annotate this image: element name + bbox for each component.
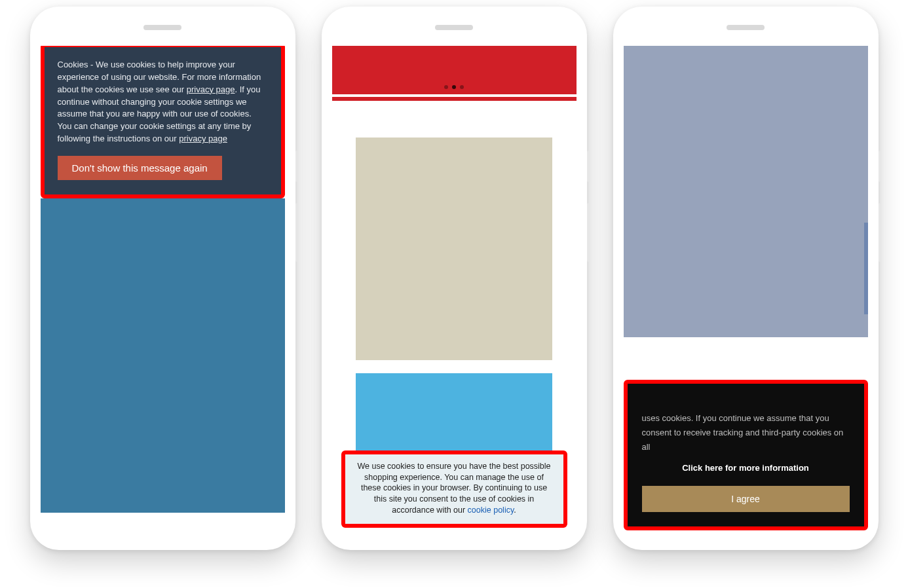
dismiss-cookie-button[interactable]: Don't show this message again [58, 156, 222, 180]
phone-speaker [727, 25, 765, 30]
cookie-text: uses cookies. If you continue we assume … [642, 411, 850, 454]
cookie-policy-link[interactable]: cookie policy [468, 505, 514, 515]
more-info-link[interactable]: Click here for more information [642, 461, 850, 475]
page-header [332, 46, 577, 101]
phone-speaker [435, 25, 473, 30]
cookie-banner: Cookies - We use cookies to help improve… [45, 47, 281, 194]
carousel-dots[interactable] [444, 85, 464, 89]
privacy-link[interactable]: privacy page [179, 134, 227, 143]
agree-button[interactable]: I agree [642, 486, 850, 512]
phone-side-button [587, 151, 590, 182]
phone-side-button [587, 203, 590, 262]
phone-screen-3: uses cookies. If you continue we assume … [624, 46, 868, 530]
scrollbar-hint [864, 223, 868, 314]
page-hero-placeholder [41, 198, 285, 513]
phone-screen-1: Cookies - We use cookies to help improve… [41, 46, 285, 530]
phone-mockup-2: our amazing We use cookies to ensure you… [322, 7, 587, 550]
cookie-text: Cookies - We use cookies to help improve… [58, 60, 261, 143]
phone-mockup-3: uses cookies. If you continue we assume … [613, 7, 879, 550]
content-card-placeholder [356, 373, 552, 452]
privacy-link[interactable]: privacy page [187, 84, 235, 94]
content-card-placeholder [356, 138, 552, 360]
highlight-box: Cookies - We use cookies to help improve… [41, 46, 285, 198]
page-hero-placeholder [624, 46, 868, 337]
cookie-banner: uses cookies. If you continue we assume … [624, 380, 868, 530]
phone-side-button [295, 203, 298, 262]
phone-speaker [143, 25, 181, 30]
phone-side-button [879, 203, 881, 262]
phone-mockup-1: Cookies - We use cookies to help improve… [30, 7, 295, 550]
phone-side-button [879, 151, 881, 182]
phone-side-button [295, 151, 298, 182]
cookie-banner: We use cookies to ensure you have the be… [341, 450, 567, 528]
phone-screen-2: our amazing We use cookies to ensure you… [332, 46, 577, 530]
cookie-text: We use cookies to ensure you have the be… [357, 462, 550, 515]
